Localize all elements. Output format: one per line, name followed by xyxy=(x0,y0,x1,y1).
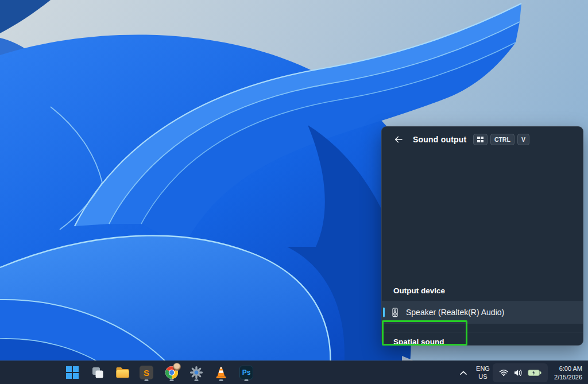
profile-avatar xyxy=(173,363,181,371)
chrome-icon xyxy=(165,366,179,379)
taskbar-clock[interactable]: 6:00 AM 2/15/2026 xyxy=(554,361,582,384)
language-switcher[interactable]: ENG US xyxy=(472,361,494,384)
taskbar-photoshop-button[interactable]: Ps xyxy=(236,363,257,382)
clock-date: 2/15/2026 xyxy=(554,373,582,382)
language-line2: US xyxy=(478,373,487,381)
running-indicator xyxy=(219,379,223,381)
volume-icon xyxy=(514,369,523,377)
clock-time: 6:00 AM xyxy=(559,364,582,373)
vlc-icon xyxy=(214,366,228,379)
output-device-heading: Output device xyxy=(393,286,445,295)
battery-charging-icon xyxy=(528,369,541,377)
spatial-sound-heading: Spatial sound xyxy=(393,338,444,346)
ctrl-key-badge: CTRL xyxy=(490,134,514,145)
windows-logo-icon xyxy=(477,137,483,143)
sublime-text-icon: S xyxy=(140,366,153,379)
sound-output-flyout: Sound output CTRL V Output device Speake… xyxy=(381,126,583,346)
taskbar-settings-button[interactable] xyxy=(186,363,207,382)
arrow-left-icon xyxy=(394,135,403,144)
file-explorer-icon xyxy=(115,366,130,379)
taskbar-start-button[interactable] xyxy=(62,363,83,382)
photoshop-icon: Ps xyxy=(239,366,253,379)
settings-gear-icon xyxy=(189,366,203,379)
language-line1: ENG xyxy=(476,365,490,373)
running-indicator xyxy=(145,379,149,381)
windows-start-icon xyxy=(66,366,79,379)
running-indicator xyxy=(195,379,199,381)
running-indicator xyxy=(245,379,249,381)
desktop: Sound output CTRL V Output device Speake… xyxy=(0,0,588,384)
taskbar: S xyxy=(0,360,588,384)
quick-settings-button[interactable] xyxy=(493,363,548,382)
taskbar-vlc-button[interactable] xyxy=(211,363,231,382)
taskbar-chrome-button[interactable] xyxy=(161,363,182,382)
taskbar-file-explorer-button[interactable] xyxy=(112,363,133,382)
windows-key-badge xyxy=(473,134,488,145)
running-indicator xyxy=(170,379,174,381)
taskbar-sublime-text-button[interactable]: S xyxy=(136,363,157,382)
divider xyxy=(382,332,583,332)
taskbar-task-view-button[interactable] xyxy=(87,363,108,382)
v-key-badge: V xyxy=(517,134,529,145)
selection-indicator xyxy=(383,308,385,317)
wifi-icon xyxy=(499,369,509,377)
flyout-header: Sound output CTRL V xyxy=(382,127,583,152)
task-view-icon xyxy=(91,366,105,379)
back-button[interactable] xyxy=(391,132,406,147)
tray-overflow-button[interactable] xyxy=(456,361,471,384)
output-device-label: Speaker (Realtek(R) Audio) xyxy=(406,308,504,317)
speaker-device-icon xyxy=(390,308,400,317)
chevron-up-icon xyxy=(459,370,467,375)
flyout-title: Sound output xyxy=(413,135,466,144)
output-device-item[interactable]: Speaker (Realtek(R) Audio) xyxy=(382,301,583,324)
